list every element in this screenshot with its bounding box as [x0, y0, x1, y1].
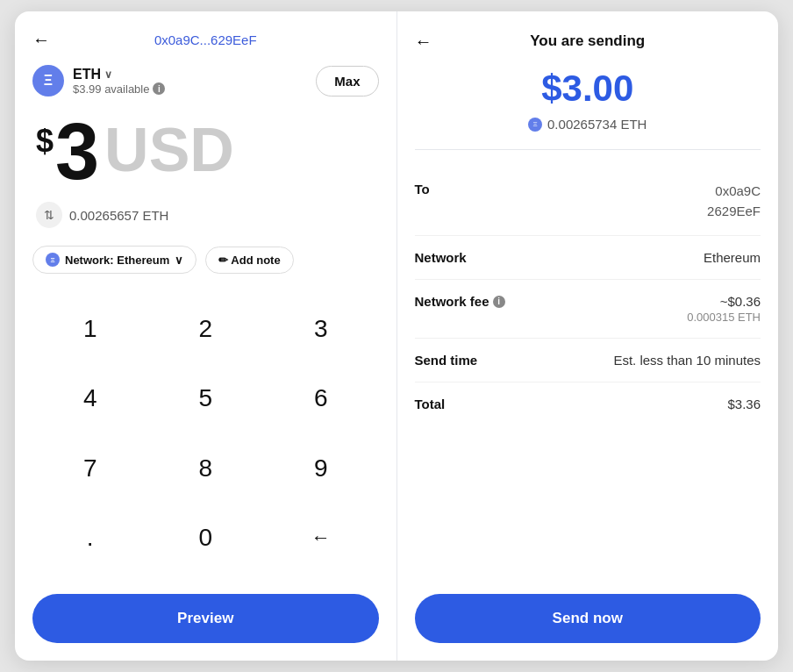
- right-back-button[interactable]: ←: [415, 32, 432, 52]
- eth-network-icon: Ξ: [46, 253, 60, 267]
- numpad-key-6[interactable]: 6: [263, 368, 379, 429]
- right-header: ← You are sending: [415, 32, 761, 50]
- send-now-button[interactable]: Send now: [415, 594, 761, 643]
- sending-eth-amount: 0.00265734 ETH: [547, 117, 647, 132]
- numpad-key-dot[interactable]: .: [32, 507, 148, 568]
- numpad: 1 2 3 4 5 6 7 8 9 . 0 ←: [32, 298, 379, 576]
- numpad-key-8[interactable]: 8: [148, 438, 264, 499]
- token-row: Ξ ETH ∨ $3.99 available i Max: [32, 65, 379, 97]
- right-title: You are sending: [530, 32, 645, 50]
- send-time-label: Send time: [415, 353, 478, 368]
- network-row: Network Ethereum: [415, 236, 761, 280]
- transaction-details: To 0x0a9C 2629EeF Network Ethereum Netwo…: [415, 168, 761, 576]
- eth-icon: Ξ: [32, 65, 64, 97]
- confirm-panel: ← You are sending $3.00 Ξ 0.00265734 ETH…: [397, 11, 779, 661]
- add-note-button[interactable]: ✏ Add note: [205, 247, 293, 274]
- network-fee-row: Network fee i ~$0.36 0.000315 ETH: [415, 280, 761, 339]
- sending-amount-section: $3.00 Ξ 0.00265734 ETH: [415, 68, 761, 150]
- network-fee-eth: 0.000315 ETH: [687, 311, 761, 324]
- amount-number: 3: [55, 112, 99, 191]
- numpad-key-2[interactable]: 2: [148, 298, 264, 360]
- to-row: To 0x0a9C 2629EeF: [415, 168, 761, 236]
- network-button[interactable]: Ξ Network: Ethereum ∨: [32, 246, 196, 274]
- sending-eth-row: Ξ 0.00265734 ETH: [415, 117, 761, 132]
- amount-display: $ 3 USD: [32, 112, 379, 191]
- app-container: ← 0x0a9C...629EeF Ξ ETH ∨ $3.99 availabl…: [15, 11, 778, 661]
- network-detail-label: Network: [415, 250, 467, 265]
- network-chevron-icon: ∨: [175, 254, 183, 267]
- preview-button[interactable]: Preview: [32, 594, 379, 643]
- numpad-key-4[interactable]: 4: [32, 368, 148, 429]
- send-time-row: Send time Est. less than 10 minutes: [415, 339, 761, 382]
- numpad-backspace-button[interactable]: ←: [263, 507, 379, 568]
- to-address: 0x0a9C 2629EeF: [707, 182, 761, 221]
- max-button[interactable]: Max: [316, 66, 378, 97]
- to-address-line2: 2629EeF: [707, 202, 761, 222]
- network-detail-value: Ethereum: [704, 250, 761, 265]
- numpad-key-7[interactable]: 7: [32, 438, 148, 499]
- network-fee-value: ~$0.36 0.000315 ETH: [687, 294, 761, 324]
- send-time-value: Est. less than 10 minutes: [613, 353, 761, 368]
- to-label: To: [415, 182, 430, 197]
- swap-icon[interactable]: ⇅: [36, 202, 62, 228]
- sending-usd-amount: $3.00: [415, 68, 761, 110]
- to-address-line1: 0x0a9C: [707, 182, 761, 202]
- token-info[interactable]: Ξ ETH ∨ $3.99 available i: [32, 65, 165, 97]
- left-header: ← 0x0a9C...629EeF: [32, 32, 379, 47]
- token-available: $3.99 available i: [73, 82, 165, 96]
- total-row: Total $3.36: [415, 382, 761, 425]
- token-chevron-icon: ∨: [104, 68, 112, 81]
- network-note-row: Ξ Network: Ethereum ∨ ✏ Add note: [32, 246, 379, 274]
- total-value: $3.36: [727, 397, 761, 411]
- numpad-key-0[interactable]: 0: [148, 507, 264, 568]
- numpad-key-9[interactable]: 9: [263, 438, 379, 499]
- wallet-address: 0x0a9C...629EeF: [154, 32, 257, 47]
- info-icon[interactable]: i: [153, 82, 165, 95]
- dollar-sign: $: [36, 123, 54, 160]
- send-panel: ← 0x0a9C...629EeF Ξ ETH ∨ $3.99 availabl…: [15, 11, 397, 661]
- eth-equiv-row: ⇅ 0.00265657 ETH: [32, 202, 379, 228]
- left-back-button[interactable]: ←: [32, 30, 50, 50]
- amount-currency: USD: [104, 119, 234, 181]
- network-fee-usd: ~$0.36: [687, 294, 761, 309]
- network-fee-label: Network fee i: [415, 294, 505, 309]
- token-details: ETH ∨ $3.99 available i: [73, 67, 165, 96]
- numpad-key-5[interactable]: 5: [148, 368, 264, 429]
- numpad-key-3[interactable]: 3: [263, 298, 379, 360]
- total-label: Total: [415, 397, 446, 411]
- numpad-key-1[interactable]: 1: [32, 298, 148, 360]
- fee-info-icon[interactable]: i: [493, 296, 505, 308]
- eth-equiv-text: 0.00265657 ETH: [69, 208, 168, 223]
- sending-eth-icon: Ξ: [528, 118, 542, 132]
- token-name[interactable]: ETH ∨: [73, 67, 165, 82]
- network-label: Network: Ethereum: [65, 254, 169, 267]
